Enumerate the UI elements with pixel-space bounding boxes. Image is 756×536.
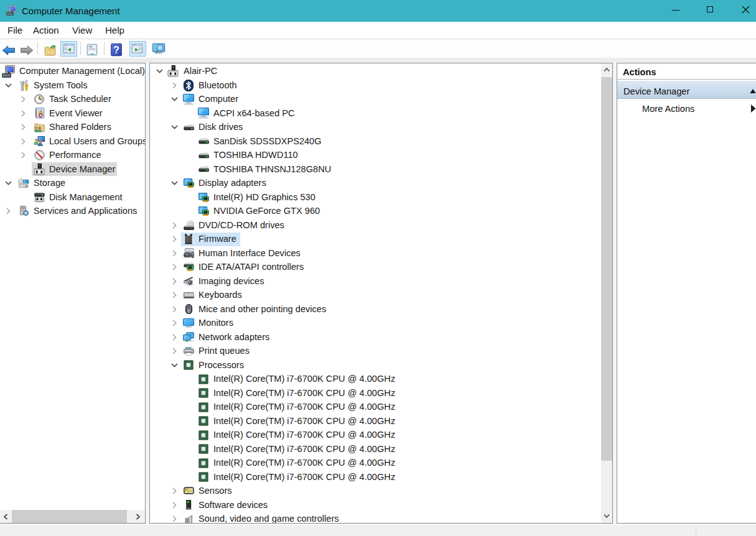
svg-text:?: ? <box>113 45 119 55</box>
